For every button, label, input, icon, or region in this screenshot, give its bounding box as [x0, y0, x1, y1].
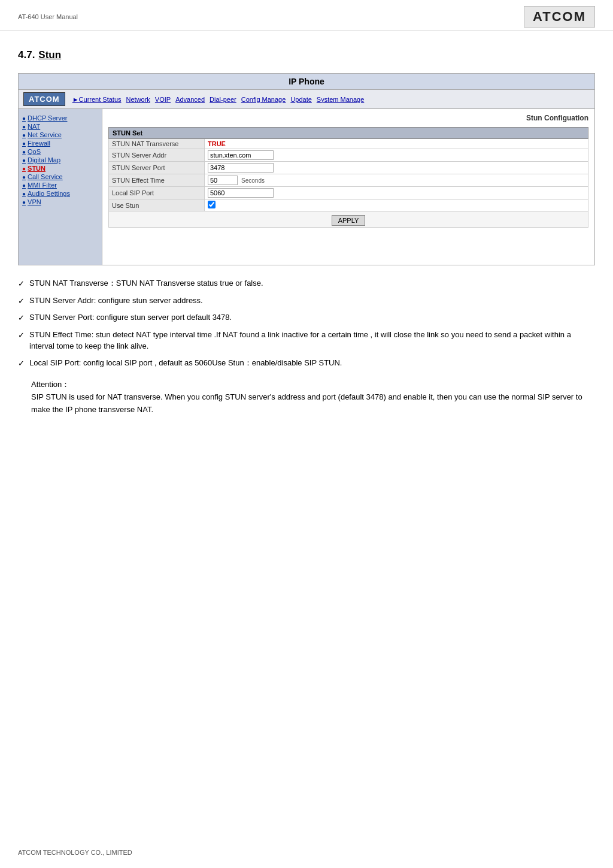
check-icon: ✓	[18, 358, 25, 370]
stun-table: STUN Set STUN NAT Transverse TRUE STUN S…	[108, 127, 588, 228]
field-label-stun-effect: STUN Effect Time	[109, 174, 205, 187]
nav-advanced[interactable]: Advanced	[173, 96, 207, 103]
ipphone-body: ● DHCP Server ● NAT ● Net Service ● Fire…	[19, 109, 594, 265]
local-sip-port-input[interactable]	[208, 188, 274, 198]
table-row: Local SIP Port	[109, 187, 588, 199]
nav-update[interactable]: Update	[288, 96, 314, 103]
sidebar: ● DHCP Server ● NAT ● Net Service ● Fire…	[19, 109, 102, 265]
list-item: ✓ STUN Effect Time: stun detect NAT type…	[18, 329, 595, 352]
footer-text: ATCOM TECHNOLOGY CO., LIMITED	[18, 849, 132, 856]
table-row: STUN Server Port	[109, 162, 588, 174]
apply-cell: APPLY	[109, 211, 588, 228]
field-label-use-stun: Use Stun	[109, 199, 205, 211]
attention-label: Attention：	[31, 380, 69, 389]
main-content: 4.7. Stun IP Phone ATCOM ►Current Status…	[0, 31, 613, 434]
field-value-stun-addr	[205, 149, 588, 162]
check-icon: ✓	[18, 278, 25, 290]
ipphone-navbar: ATCOM ►Current Status Network VOIP Advan…	[19, 90, 594, 109]
nav-links: ►Current Status Network VOIP Advanced Di…	[70, 96, 367, 103]
table-row: STUN Server Addr	[109, 149, 588, 162]
field-label-stun-nat: STUN NAT Transverse	[109, 139, 205, 149]
nav-system-manage[interactable]: System Manage	[314, 96, 366, 103]
attention-block: Attention： SIP STUN is used for NAT tran…	[31, 379, 595, 416]
seconds-label: Seconds	[241, 177, 265, 184]
apply-row: APPLY	[109, 211, 588, 228]
field-value-stun-effect: Seconds	[205, 174, 588, 187]
nav-voip[interactable]: VOIP	[153, 96, 173, 103]
ipphone-frame: IP Phone ATCOM ►Current Status Network V…	[18, 73, 595, 265]
content-heading: Stun Configuation	[108, 114, 588, 122]
section-title: Stun	[38, 49, 61, 61]
nav-dial-peer[interactable]: Dial-peer	[207, 96, 239, 103]
stun-server-port-input[interactable]	[208, 163, 274, 173]
list-item: ✓ STUN NAT Transverse：STUN NAT Transvers…	[18, 277, 595, 290]
bullet-list: ✓ STUN NAT Transverse：STUN NAT Transvers…	[18, 277, 595, 369]
field-label-stun-addr: STUN Server Addr	[109, 149, 205, 162]
attention-text: SIP STUN is used for NAT transverse. Whe…	[31, 392, 582, 414]
field-value-stun-port	[205, 162, 588, 174]
nav-current-status[interactable]: ►Current Status	[70, 96, 124, 103]
field-value-stun-nat: TRUE	[205, 139, 588, 149]
check-icon: ✓	[18, 295, 25, 307]
ipphone-title: IP Phone	[289, 77, 324, 86]
nav-config-manage[interactable]: Config Manage	[239, 96, 289, 103]
table-row: STUN Effect Time Seconds	[109, 174, 588, 187]
nav-atcom-logo: ATCOM	[23, 92, 65, 106]
sidebar-item-audio-settings[interactable]: ● Audio Settings	[22, 189, 98, 198]
sidebar-item-vpn[interactable]: ● VPN	[22, 198, 98, 206]
page-footer: ATCOM TECHNOLOGY CO., LIMITED	[18, 849, 132, 856]
stun-set-header: STUN Set	[109, 128, 588, 139]
sidebar-item-digital-map[interactable]: ● Digital Map	[22, 156, 98, 164]
field-value-local-sip	[205, 187, 588, 199]
section-number: 4.7.	[18, 49, 35, 61]
nav-network[interactable]: Network	[124, 96, 153, 103]
field-label-stun-port: STUN Server Port	[109, 162, 205, 174]
sidebar-item-nat[interactable]: ● NAT	[22, 122, 98, 131]
check-icon: ✓	[18, 329, 25, 341]
sidebar-item-stun[interactable]: ● STUN	[22, 164, 98, 173]
field-value-use-stun	[205, 199, 588, 211]
sidebar-item-call-service[interactable]: ● Call Service	[22, 173, 98, 181]
stun-effect-time-input[interactable]	[208, 176, 238, 185]
section-heading: 4.7. Stun	[18, 49, 595, 61]
table-row: STUN NAT Transverse TRUE	[109, 139, 588, 149]
list-item: ✓ STUN Server Addr: configure stun serve…	[18, 295, 595, 307]
sidebar-item-net-service[interactable]: ● Net Service	[22, 131, 98, 139]
use-stun-checkbox[interactable]	[208, 201, 216, 208]
sidebar-item-mmi-filter[interactable]: ● MMI Filter	[22, 181, 98, 189]
atcom-logo: ATCOM	[524, 6, 595, 28]
sidebar-item-firewall[interactable]: ● Firewall	[22, 139, 98, 147]
list-item: ✓ Local SIP Port: config local SIP port …	[18, 357, 595, 370]
content-area: Stun Configuation STUN Set STUN NAT Tran…	[102, 109, 594, 265]
check-icon: ✓	[18, 312, 25, 324]
field-label-local-sip: Local SIP Port	[109, 187, 205, 199]
page-header: AT-640 User Manual ATCOM	[0, 0, 613, 31]
table-row: Use Stun	[109, 199, 588, 211]
apply-button[interactable]: APPLY	[332, 215, 366, 226]
header-logo-area: ATCOM	[524, 6, 595, 28]
sidebar-item-qos[interactable]: ● QoS	[22, 147, 98, 156]
stun-server-addr-input[interactable]	[208, 150, 274, 160]
manual-title: AT-640 User Manual	[18, 13, 78, 20]
ipphone-titlebar: IP Phone	[19, 74, 594, 90]
sidebar-item-dhcp-server[interactable]: ● DHCP Server	[22, 114, 98, 122]
list-item: ✓ STUN Server Port: configure stun serve…	[18, 311, 595, 324]
